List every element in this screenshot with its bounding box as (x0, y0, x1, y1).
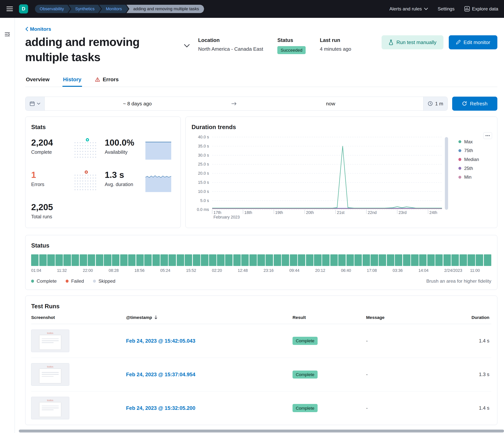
refresh-button[interactable]: Refresh (452, 97, 497, 111)
status-bar[interactable] (379, 254, 386, 266)
status-bar[interactable] (387, 254, 394, 266)
edit-monitor-button[interactable]: Edit monitor (449, 35, 497, 50)
space-avatar[interactable]: D (19, 4, 28, 13)
status-bar[interactable] (330, 254, 338, 266)
status-bar[interactable] (96, 254, 103, 266)
run-timestamp-link[interactable]: Feb 24, 2023 @ 15:32:05.200 (126, 405, 195, 411)
monitor-select-button[interactable] (184, 44, 190, 49)
tab-errors[interactable]: Errors (94, 74, 119, 87)
breadcrumb-item[interactable]: Observability (35, 5, 71, 13)
status-bar[interactable] (128, 254, 135, 266)
back-to-monitors-link[interactable]: Monitors (25, 26, 51, 32)
status-bar[interactable] (217, 254, 224, 266)
status-bar[interactable] (177, 254, 184, 266)
chart-legend-min[interactable]: Min (459, 174, 491, 180)
status-bar[interactable] (274, 254, 281, 266)
chart-legend-75th[interactable]: 75th (459, 148, 491, 153)
status-bar[interactable] (185, 254, 192, 266)
refresh-interval-button[interactable]: 1 m (423, 97, 447, 111)
status-bar[interactable] (80, 254, 87, 266)
status-bar[interactable] (104, 254, 111, 266)
duration-trends-chart[interactable]: 40.0 s35.0 s30.0 s25.0 s20.0 s15.0 s10.0… (191, 135, 459, 226)
tab-history[interactable]: History (63, 74, 82, 87)
status-timeline[interactable] (31, 254, 491, 266)
status-bar[interactable] (363, 254, 370, 266)
status-bar[interactable] (233, 254, 241, 266)
status-bar[interactable] (120, 254, 127, 266)
status-bar[interactable] (193, 254, 200, 266)
status-bar[interactable] (290, 254, 297, 266)
chart-legend-median[interactable]: Median (459, 157, 491, 162)
chart-options-button[interactable] (483, 132, 492, 139)
status-bar[interactable] (459, 254, 467, 266)
status-bar[interactable] (427, 254, 435, 266)
status-bar[interactable] (314, 254, 321, 266)
status-bar[interactable] (47, 254, 55, 266)
topbar-right: Alerts and rules Settings Explore data (389, 6, 498, 12)
quick-select-button[interactable] (26, 97, 45, 111)
breadcrumb-item[interactable]: Synthetics (69, 5, 101, 13)
status-bar[interactable] (209, 254, 216, 266)
status-bar[interactable] (484, 254, 491, 266)
status-bar[interactable] (443, 254, 451, 266)
svg-text:21st: 21st (337, 210, 344, 215)
alerts-and-rules-menu[interactable]: Alerts and rules (389, 6, 428, 12)
date-range-end[interactable]: now (238, 97, 423, 111)
status-bar[interactable] (476, 254, 483, 266)
status-bar[interactable] (112, 254, 119, 266)
explore-data-link[interactable]: Explore data (464, 6, 498, 12)
status-bar[interactable] (266, 254, 273, 266)
status-bar[interactable] (451, 254, 459, 266)
status-bar[interactable] (241, 254, 249, 266)
status-bar[interactable] (63, 254, 71, 266)
status-bar[interactable] (88, 254, 95, 266)
status-bar[interactable] (257, 254, 265, 266)
back-link-label: Monitors (30, 26, 51, 32)
menu-toggle-button[interactable] (5, 4, 15, 13)
settings-link[interactable]: Settings (438, 6, 455, 12)
table-row: todosFeb 24, 2023 @ 15:42:05.043Complete… (31, 324, 491, 358)
status-bar[interactable] (144, 254, 152, 266)
status-bar[interactable] (419, 254, 427, 266)
status-bar[interactable] (338, 254, 346, 266)
status-bar[interactable] (136, 254, 144, 266)
status-bar[interactable] (249, 254, 257, 266)
run-screenshot[interactable]: todos (31, 397, 69, 419)
status-bar[interactable] (468, 254, 475, 266)
status-bar[interactable] (282, 254, 289, 266)
horizontal-scrollbar[interactable] (19, 430, 504, 433)
status-bar[interactable] (55, 254, 63, 266)
status-bar[interactable] (411, 254, 418, 266)
status-bar[interactable] (354, 254, 362, 266)
col-timestamp[interactable]: @timestamp (126, 315, 293, 320)
status-bar[interactable] (403, 254, 410, 266)
breadcrumb-item[interactable]: Monitors (99, 5, 128, 13)
status-bar[interactable] (160, 254, 168, 266)
run-screenshot[interactable]: todos (31, 363, 69, 386)
status-bar[interactable] (395, 254, 402, 266)
status-bar[interactable] (322, 254, 330, 266)
status-bar[interactable] (298, 254, 305, 266)
date-range-start[interactable]: ~ 8 days ago (45, 97, 230, 111)
chart-legend-25th[interactable]: 25th (459, 166, 491, 171)
status-bar[interactable] (72, 254, 79, 266)
status-bar[interactable] (306, 254, 313, 266)
run-timestamp-link[interactable]: Feb 24, 2023 @ 15:37:04.954 (126, 371, 195, 377)
status-bar[interactable] (225, 254, 233, 266)
status-bar[interactable] (153, 254, 160, 266)
status-bar[interactable] (346, 254, 354, 266)
status-bar[interactable] (370, 254, 378, 266)
status-bar[interactable] (31, 254, 38, 266)
status-bar[interactable] (39, 254, 47, 266)
run-screenshot[interactable]: todos (31, 330, 69, 352)
table-row: todosFeb 24, 2023 @ 15:32:05.200Complete… (31, 391, 491, 425)
chart-legend-max[interactable]: Max (459, 139, 491, 144)
status-bar[interactable] (169, 254, 176, 266)
run-timestamp-link[interactable]: Feb 24, 2023 @ 15:42:05.043 (126, 338, 195, 344)
run-test-manually-button[interactable]: Run test manually (382, 35, 443, 50)
status-legend: CompleteFailedSkipped (31, 279, 124, 284)
expand-sidebar-button[interactable] (5, 30, 10, 40)
tab-overview[interactable]: Overview (25, 74, 50, 87)
status-bar[interactable] (435, 254, 443, 266)
status-bar[interactable] (201, 254, 208, 266)
